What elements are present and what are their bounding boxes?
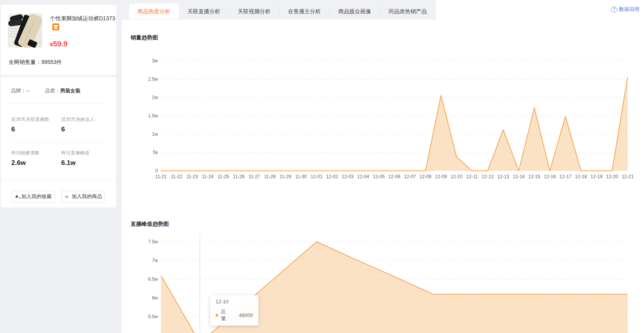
live-peak-trend-chart-title: 直播峰值趋势图 <box>131 221 169 228</box>
product-image <box>8 13 42 48</box>
svg-text:11-27: 11-27 <box>248 174 260 179</box>
svg-text:12-14: 12-14 <box>513 174 525 179</box>
svg-text:5.5w: 5.5w <box>148 314 158 319</box>
svg-text:12-07: 12-07 <box>404 174 416 179</box>
tab-related-live-analysis[interactable]: 关联直播分析 <box>179 4 229 19</box>
svg-text:12-05: 12-05 <box>373 174 385 179</box>
tab-selling-streamer-analysis[interactable]: 在售播主分析 <box>280 4 330 19</box>
divider <box>1 180 116 181</box>
tab-strip: 商品热度分析 关联直播分析 关联视频分析 在售播主分析 商品观众画像 同品类热销… <box>122 0 436 19</box>
svg-text:12-03: 12-03 <box>341 174 354 179</box>
svg-text:12-12: 12-12 <box>482 174 494 179</box>
star-plus-icon: ★+ <box>15 194 19 199</box>
total-sales: 全网销售量：99553件 <box>9 59 62 66</box>
stat-value-sales-increase: 2.6w <box>11 159 26 167</box>
favorite-button[interactable]: ★+ 加入我的收藏 <box>11 191 55 202</box>
price-value: 59.9 <box>53 40 67 48</box>
stat-value-live-count: 6 <box>11 126 15 133</box>
svg-text:12-16: 12-16 <box>544 174 556 179</box>
svg-text:12-19: 12-19 <box>591 174 603 179</box>
tooltip-date: 12-10 <box>216 299 253 305</box>
product-title: 个性束脚加绒运动裤D1373 <box>50 14 116 31</box>
tooltip-value: 48000 <box>239 312 253 318</box>
divider <box>9 142 106 142</box>
product-price: ¥59.9 <box>50 40 67 48</box>
stat-value-live-peak: 6.1w <box>61 159 76 167</box>
svg-text:7w: 7w <box>152 258 158 263</box>
svg-text:12-18: 12-18 <box>575 174 587 179</box>
divider <box>9 103 106 104</box>
svg-text:11-24: 11-24 <box>202 174 214 179</box>
plus-icon: ＋ <box>64 194 69 199</box>
svg-text:6.5w: 6.5w <box>148 276 158 282</box>
svg-text:12-01: 12-01 <box>311 174 323 179</box>
svg-text:1.5w: 1.5w <box>148 113 158 119</box>
stat-label-sales-increase: 昨日销量增量 <box>11 150 39 156</box>
svg-text:12-06: 12-06 <box>388 174 400 179</box>
svg-text:12-09: 12-09 <box>435 174 447 179</box>
stat-label-influencers: 近30天热推达人 <box>61 116 94 123</box>
question-circle-icon: ? <box>611 7 617 12</box>
series-dot-icon <box>216 314 218 317</box>
svg-text:6w: 6w <box>152 295 158 301</box>
svg-text:2w: 2w <box>152 95 158 100</box>
svg-text:12-13: 12-13 <box>497 174 509 179</box>
category-value: 男装女装 <box>60 88 80 94</box>
svg-text:1w: 1w <box>152 131 158 137</box>
stat-label-live-peak: 昨日直播峰值 <box>61 150 89 156</box>
svg-text:11-23: 11-23 <box>186 174 198 179</box>
stat-label-live-count: 近30天关联直播数 <box>11 116 49 123</box>
svg-text:12-04: 12-04 <box>357 174 369 179</box>
add-product-button-label: 加入我的商品 <box>72 193 102 200</box>
live-peak-trend-chart[interactable]: 7.5w7w6.5w6w5.5w <box>122 230 644 333</box>
svg-text:0: 0 <box>155 168 158 174</box>
product-title-text: 个性束脚加绒运动裤D1373 <box>50 15 115 21</box>
sales-trend-chart[interactable]: 3w2.5w2w1.5w1w5k011-2111-2211-2311-2411-… <box>122 47 644 183</box>
svg-text:12-10: 12-10 <box>451 174 463 179</box>
tab-related-video-analysis[interactable]: 关联视频分析 <box>229 4 280 19</box>
svg-text:12-02: 12-02 <box>326 174 338 179</box>
tab-same-category-hot-products[interactable]: 同品类热销产品 <box>380 4 436 19</box>
svg-text:7.5w: 7.5w <box>148 239 158 244</box>
svg-text:11-21: 11-21 <box>155 174 167 179</box>
brand-label: 品牌： <box>11 88 26 94</box>
product-image-tag-shape <box>30 16 33 17</box>
favorite-button-label: 加入我的收藏 <box>21 193 51 200</box>
data-explanation-label: 数据说明 <box>619 6 639 13</box>
stat-value-influencers: 6 <box>61 126 65 133</box>
svg-text:12-11: 12-11 <box>466 174 478 179</box>
svg-text:12-20: 12-20 <box>606 174 618 179</box>
tab-audience-profile[interactable]: 商品观众画像 <box>330 4 380 19</box>
total-sales-label: 全网销售量： <box>9 59 41 65</box>
svg-text:12-08: 12-08 <box>419 174 432 179</box>
svg-text:12-21: 12-21 <box>622 174 634 179</box>
chart-tooltip: 12-10 总量 48000 <box>210 295 258 326</box>
svg-text:12-17: 12-17 <box>559 174 571 179</box>
svg-text:12-15: 12-15 <box>528 174 540 179</box>
main-panel: 商品热度分析 关联直播分析 关联视频分析 在售播主分析 商品观众画像 同品类热销… <box>122 0 644 333</box>
svg-text:11-26: 11-26 <box>233 174 245 179</box>
svg-text:11-30: 11-30 <box>295 174 307 179</box>
total-sales-value: 99553件 <box>41 59 62 65</box>
shop-icon <box>52 23 59 30</box>
svg-text:11-28: 11-28 <box>264 174 276 179</box>
data-explanation-link[interactable]: ? 数据说明 <box>611 6 639 13</box>
svg-text:11-29: 11-29 <box>280 174 291 179</box>
svg-text:5k: 5k <box>153 150 158 155</box>
brand-category-row: 品牌：-- 品类：男装女装 <box>11 87 80 94</box>
svg-text:2.5w: 2.5w <box>148 76 158 82</box>
card-section-divider <box>1 75 116 77</box>
add-product-button[interactable]: ＋ 加入我的商品 <box>61 191 105 202</box>
svg-text:11-25: 11-25 <box>218 174 229 179</box>
tooltip-series-name: 总量 <box>221 308 230 322</box>
svg-text:11-22: 11-22 <box>171 174 182 179</box>
brand-value: -- <box>26 88 30 94</box>
tab-product-heat-analysis[interactable]: 商品热度分析 <box>129 4 179 19</box>
sales-trend-chart-title: 销量趋势图 <box>131 34 158 41</box>
product-card: 个性束脚加绒运动裤D1373 ¥59.9 全网销售量：99553件 品牌：-- … <box>1 5 116 207</box>
category-label: 品类： <box>45 88 60 94</box>
svg-text:3w: 3w <box>152 58 158 64</box>
